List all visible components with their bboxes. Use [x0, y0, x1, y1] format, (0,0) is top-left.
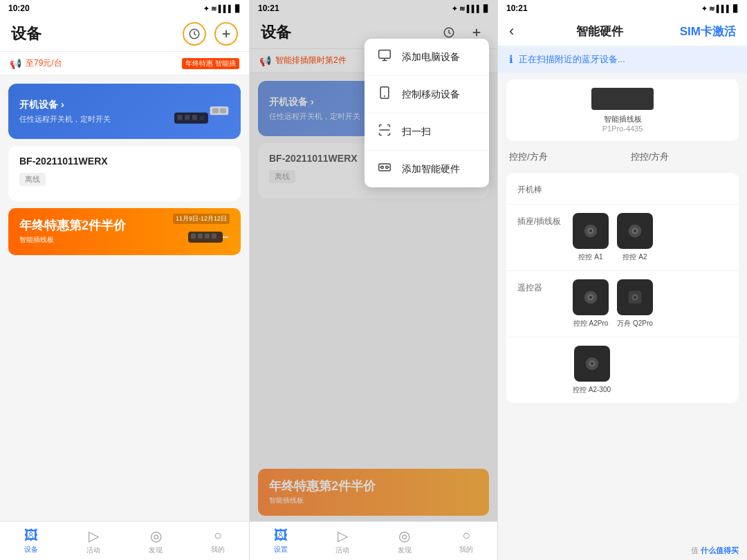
- menu-label-mobile: 控制移动设备: [402, 88, 460, 101]
- device-item-a2pro[interactable]: 控控 A2Pro: [573, 279, 609, 328]
- menu-item-mobile[interactable]: 控制移动设备: [365, 76, 489, 113]
- device-item-a2300[interactable]: 控控 A2-300: [573, 346, 611, 395]
- menu-label-hardware: 添加智能硬件: [402, 163, 460, 176]
- svg-point-7: [199, 115, 204, 120]
- col-label-1: 控控/方舟: [509, 151, 548, 163]
- menu-label-scan: 扫一扫: [402, 126, 431, 138]
- svg-rect-14: [205, 234, 210, 239]
- device-id-1: BF-20211011WERX: [19, 156, 230, 167]
- nav-label-activity-2: 活动: [335, 545, 349, 555]
- promo-main-1: 年终特惠第2件半价: [19, 218, 126, 234]
- menu-item-computer[interactable]: 添加电脑设备: [365, 39, 489, 76]
- profile-icon-2: ○: [462, 528, 470, 543]
- nav-devices-1[interactable]: 🖼 设备: [0, 522, 62, 560]
- menu-item-hardware[interactable]: 添加智能硬件: [365, 151, 489, 187]
- device-thumb-a2pro: [573, 279, 609, 315]
- nav-activity-1[interactable]: ▷ 活动: [62, 522, 124, 560]
- scan-icon: [377, 123, 392, 140]
- device-label-a2300: 控控 A2-300: [573, 385, 611, 395]
- svg-point-47: [589, 296, 592, 299]
- signal-icon-3: ▌▌▌: [717, 5, 731, 12]
- device-thumb-a2: [617, 213, 653, 249]
- nav-discover-2[interactable]: ◎ 发现: [374, 522, 436, 560]
- svg-rect-13: [198, 234, 203, 239]
- time-1: 10:20: [8, 3, 30, 13]
- category-row-a2300: 控控 A2-300: [506, 337, 739, 403]
- device-item-a2[interactable]: 控控 A2: [617, 213, 653, 262]
- device-icon-a1: [581, 221, 600, 241]
- promo-img-banner-1[interactable]: 年终特惠第2件半价 智能插线板 11月9日-12月12日: [8, 208, 241, 255]
- found-device-sub: P1Pro-4435: [602, 124, 643, 133]
- found-device-item[interactable]: 智能插线板 P1Pro-4435: [506, 80, 739, 141]
- nav-label-setup-2: 设置: [274, 545, 288, 554]
- category-row-kaiji: 开机棒: [506, 173, 739, 205]
- svg-rect-4: [177, 115, 182, 120]
- nav-discover-1[interactable]: ◎ 发现: [124, 522, 187, 560]
- battery-icon: ▊: [235, 5, 241, 12]
- watermark-3: 值 什么值得买: [498, 541, 747, 560]
- discover-icon-1: ◎: [150, 528, 162, 544]
- promo-tag-1: 年终特惠 智能插: [182, 58, 239, 69]
- category-row-socket: 插座/插线板 控控 A1: [506, 205, 739, 271]
- promo-device-icon-1: [188, 226, 230, 247]
- back-button-3[interactable]: ‹: [509, 22, 519, 40]
- device-item-a1[interactable]: 控控 A1: [573, 213, 609, 262]
- activity-icon-2: ▷: [338, 528, 348, 544]
- top-bar-1: 设备: [0, 17, 249, 52]
- promo-date-1: 11月9日-12月12日: [173, 214, 230, 224]
- nav-activity-2[interactable]: ▷ 活动: [312, 522, 374, 560]
- promo-strip-1: 📢 至79元/台 年终特惠 智能插: [0, 52, 249, 75]
- device-status-1: 离线: [19, 173, 46, 186]
- card-left-1: 开机设备 › 任性远程开关机，定时开关: [19, 99, 111, 124]
- device-grid-socket: 控控 A1 控控 A2: [573, 213, 653, 262]
- device-label-a2: 控控 A2: [622, 252, 647, 262]
- cat-label-remote: 遥控器: [517, 279, 573, 294]
- device-item-q2pro[interactable]: 万舟 Q2Pro: [617, 279, 653, 328]
- svg-rect-5: [185, 115, 190, 120]
- device-label-q2pro: 万舟 Q2Pro: [617, 319, 653, 328]
- device-icon-a2300: [582, 354, 602, 373]
- device-label-a1: 控控 A1: [578, 252, 602, 262]
- device-thumb-a1: [573, 213, 609, 249]
- bottom-nav-2: 🖼 设置 ▷ 活动 ◎ 发现 ○ 我的: [250, 521, 497, 560]
- svg-rect-12: [191, 234, 196, 239]
- svg-rect-10: [220, 109, 226, 113]
- scan-banner-3: ℹ 正在扫描附近的蓝牙设备...: [498, 46, 747, 73]
- promo-text-1: 至79元/台: [26, 57, 178, 69]
- discover-icon-2: ◎: [398, 528, 410, 544]
- nav-profile-2[interactable]: ○ 我的: [436, 522, 498, 560]
- device-thumb-q2pro: [617, 279, 653, 315]
- svg-point-53: [591, 362, 593, 365]
- watermark-highlight-3: 什么值得买: [701, 546, 739, 554]
- category-row-remote: 遥控器 控控 A2Pro: [506, 271, 739, 337]
- device-card-blue-1[interactable]: 开机设备 › 任性远程开关机，定时开关: [8, 84, 241, 139]
- svg-point-44: [634, 230, 636, 232]
- tab-sim-activate[interactable]: SIM卡激活: [680, 24, 736, 39]
- history-button-1[interactable]: [183, 22, 206, 46]
- svg-rect-28: [379, 50, 391, 59]
- svg-point-36: [386, 166, 388, 168]
- promo-right-1: 11月9日-12月12日: [173, 214, 230, 250]
- menu-label-computer: 添加电脑设备: [402, 51, 460, 64]
- bottom-nav-1: 🖼 设备 ▷ 活动 ◎ 发现 ○ 我的: [0, 521, 249, 560]
- page-title-3: 智能硬件: [576, 24, 623, 39]
- add-button-1[interactable]: [214, 22, 238, 46]
- speaker-icon-1: 📢: [10, 58, 21, 69]
- nav-profile-1[interactable]: ○ 我的: [187, 522, 249, 560]
- scan-text-3: 正在扫描附近的蓝牙设备...: [519, 53, 625, 66]
- device-card-white-1[interactable]: BF-20211011WERX 离线: [8, 146, 241, 201]
- found-device-section: 智能插线板 P1Pro-4435: [506, 80, 739, 141]
- computer-icon: [377, 48, 392, 66]
- status-icons-1: ✦ ≋ ▌▌▌ ▊: [203, 5, 241, 12]
- svg-rect-15: [212, 234, 216, 239]
- category-header: 控控/方舟 控控/方舟: [498, 141, 747, 166]
- svg-rect-6: [192, 115, 197, 120]
- device-thumb-a2300: [574, 346, 610, 382]
- panel1: 10:20 ✦ ≋ ▌▌▌ ▊ 设备 📢 至79元/: [0, 0, 249, 560]
- nav-devices-2[interactable]: 🖼 设置: [250, 522, 312, 560]
- hardware-icon: [377, 160, 392, 178]
- status-bar-1: 10:20 ✦ ≋ ▌▌▌ ▊: [0, 0, 249, 17]
- nav-label-discover-1: 发现: [149, 545, 163, 555]
- menu-item-scan[interactable]: 扫一扫: [365, 113, 489, 151]
- device-illustration-1: [174, 93, 230, 129]
